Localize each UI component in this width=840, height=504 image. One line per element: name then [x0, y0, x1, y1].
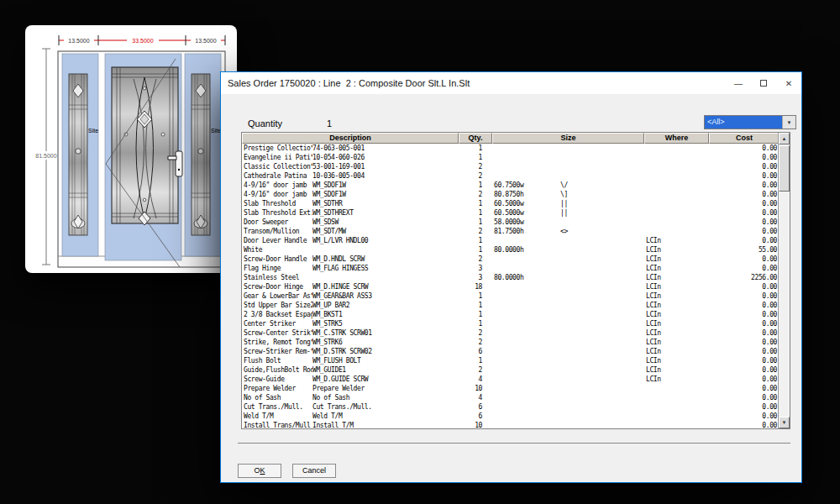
table-row[interactable]: Prepare Welder Prepare Welder 10 0.00 [242, 384, 780, 393]
column-header-where[interactable]: Where [644, 133, 709, 144]
scroll-up-icon[interactable]: ▲ [779, 133, 790, 144]
dialog-tabstrip: Situation Solution B. O. M. Costing Pric… [238, 443, 790, 456]
desktop-background: 13.5000 33.5000 13.5000 81.5000 [0, 0, 840, 504]
door-drawing-panel: 13.5000 33.5000 13.5000 81.5000 [25, 25, 237, 273]
scroll-down-icon[interactable]: ▼ [779, 417, 790, 428]
top-dimension-line: 13.5000 33.5000 13.5000 [59, 35, 225, 45]
table-row[interactable]: Transom/Mullion WM_SDT/MW 2 81.7500h <> … [242, 227, 780, 236]
table-row[interactable]: Screw-Door Hinge WM_D.HINGE SCRW 18 LCIn… [242, 282, 780, 291]
table-row[interactable]: Screw-Striker Rem-* WM_D.STRK SCRW02 6 L… [242, 347, 780, 356]
chevron-down-icon[interactable]: ▼ [782, 116, 795, 129]
bom-table-header: Description Qty. Size Where Cost [242, 133, 780, 144]
left-sidelite-label: Site [88, 128, 98, 134]
column-header-cost[interactable]: Cost [709, 133, 780, 144]
column-header-qty[interactable]: Qty. [459, 133, 492, 144]
table-row[interactable]: Gear & LowerBar As* WM_GEAR&BAR ASS3 1 L… [242, 291, 780, 301]
ok-button[interactable]: OK [238, 464, 281, 478]
dim-right-label: 13.5000 [195, 38, 216, 44]
right-sidelite: Site [185, 54, 221, 256]
table-row[interactable]: Evangeline ii Pati* 10-054-060-026 1 0.0… [242, 153, 780, 162]
table-row[interactable]: Std Upper Bar Size2 WM_UP BAR2 1 LCIn 0.… [242, 301, 780, 310]
table-row[interactable]: Door Sweeper WM_SDSW 1 58.0000w 0.00 [242, 218, 780, 227]
table-scrollbar[interactable]: ▲ ▼ [778, 133, 790, 428]
bom-table: Description Qty. Size Where Cost Prestig… [241, 132, 790, 429]
table-row[interactable]: Install Trans/Mull Install T/M 10 0.00 [242, 421, 780, 430]
table-row[interactable]: Screw-Guide WM_D.GUIDE SCRW 4 LCIn 0.00 [242, 375, 780, 384]
table-row[interactable]: Guide,FlushBolt Rod WM_GUIDE1 2 LCIn 0.0… [242, 365, 780, 375]
minimize-button[interactable]: — [726, 72, 751, 94]
dialog-titlebar[interactable]: Sales Order 1750020 : Line 2 : Composite… [221, 72, 801, 94]
window-controls: — ✕ [726, 72, 801, 94]
table-row[interactable]: Classic Collection* 53-001-169-001 2 0.0… [242, 162, 780, 171]
scrollbar-thumb[interactable] [779, 145, 790, 192]
table-row[interactable]: Center Striker WM_STRK5 1 LCIn 0.00 [242, 319, 780, 328]
table-row[interactable]: 2 3/8 Backset Espag WM_BKST1 1 LCIn 0.00 [242, 310, 780, 319]
close-button[interactable]: ✕ [776, 72, 801, 94]
maximize-icon [760, 80, 767, 87]
filter-dropdown[interactable]: <All> ▼ [704, 115, 796, 129]
sales-order-dialog: Sales Order 1750020 : Line 2 : Composite… [220, 71, 802, 483]
dialog-title: Sales Order 1750020 : Line 2 : Composite… [221, 78, 470, 88]
left-sidelite: Site [62, 54, 98, 256]
table-row[interactable]: Stainless Steel 3 80.0000h LCIn 2256.00 [242, 273, 780, 282]
table-row[interactable]: Screw-Center Strik* WM_C.STRK SCRW01 2 L… [242, 328, 780, 338]
table-row[interactable]: Weld T/M Weld T/M 6 0.00 [242, 412, 780, 421]
quantity-value: 1 [327, 118, 332, 129]
table-row[interactable]: Flush Bolt WM_FLUSH BOLT 1 LCIn 0.00 [242, 356, 780, 365]
dim-center-label: 33.5000 [132, 38, 153, 44]
dialog-content: Quantity 1 <All> ▼ Description Qty. Size… [221, 94, 801, 482]
minimize-icon: — [734, 79, 743, 88]
table-row[interactable]: Cathedrale Patina 10-036-005-004 2 0.00 [242, 171, 780, 181]
bom-table-body: Prestige Collectio* 74-063-005-001 1 0.0… [242, 144, 780, 430]
door-drawing: 13.5000 33.5000 13.5000 81.5000 [25, 25, 237, 273]
table-row[interactable]: Slab Threshold Ext. WM_SDTHREXT 1 60.500… [242, 208, 780, 218]
height-dimension-line: 81.5000 [32, 49, 60, 265]
table-row[interactable]: Screw-Door Handle WM_D.HNDL SCRW 2 LCIn … [242, 255, 780, 264]
table-row[interactable]: Cut Trans./Mull. Cut Trans./Mull. 6 0.00 [242, 402, 780, 412]
filter-dropdown-value: <All> [705, 116, 782, 129]
table-row[interactable]: Prestige Collectio* 74-063-005-001 1 0.0… [242, 144, 780, 153]
table-row[interactable]: Flag Hinge WM_FLAG HINGESS 3 LCIn 0.00 [242, 264, 780, 273]
table-row[interactable]: 4-9/16" door jamb WM_SDOF1W 1 60.7500w \… [242, 181, 780, 190]
column-header-description[interactable]: Description [242, 133, 459, 144]
cancel-button[interactable]: Cancel [292, 464, 336, 478]
table-row[interactable]: Strike, Remot Tong* WM_STRK6 2 LCIn 0.00 [242, 338, 780, 347]
table-row[interactable]: Slab Threshold WM_SDTHR 1 60.5000w || 0.… [242, 199, 780, 208]
table-row[interactable]: White 1 80.0000h LCIn 55.00 [242, 245, 780, 255]
column-header-size[interactable]: Size [492, 133, 644, 144]
quantity-label: Quantity [248, 118, 282, 129]
dim-height-label: 81.5000 [35, 153, 56, 159]
table-row[interactable]: Door Lever Handle WM_L/LVR HNDL00 1 LCIn… [242, 236, 780, 245]
table-row[interactable]: 4-9/16" door jamb WM_SDOF1W 2 80.8750h \… [242, 190, 780, 199]
dim-left-label: 13.5000 [68, 38, 89, 44]
table-row[interactable]: No of Sash No of Sash 4 0.00 [242, 393, 780, 402]
maximize-button[interactable] [751, 72, 776, 94]
close-icon: ✕ [785, 79, 792, 88]
